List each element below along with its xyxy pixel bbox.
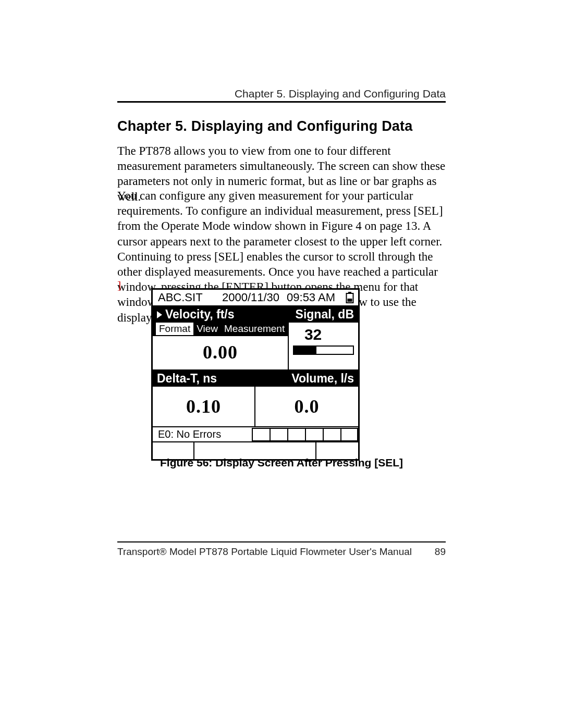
volume-label: Volume, l/s [291,372,354,386]
volume-value: 0.0 [295,396,320,417]
velocity-value: 0.00 [203,341,238,363]
error-box [323,428,340,441]
error-indicator-boxes [252,428,358,441]
error-label: E0: No Errors [153,427,226,441]
signal-body: 32 [289,323,358,360]
page-number: 89 [435,546,446,558]
device-file-name: ABC.SIT [158,291,203,304]
context-menu-bar: Format View Measurement [153,323,288,336]
error-box [287,428,305,441]
figure-caption: Figure 56: Display Screen After Pressing… [117,456,446,469]
delta-t-value: 0.10 [186,396,221,417]
signal-header: Signal, dB [289,306,358,323]
device-screen: ABC.SIT 2000/11/30 09:53 AM [151,288,360,461]
svg-rect-2 [348,299,352,302]
quadrant-delta-t: Delta-T, ns 0.10 [153,369,255,426]
battery-icon [346,292,354,303]
velocity-label: Velocity, ft/s [165,307,235,322]
error-box [270,428,287,441]
device-time: 09:53 AM [287,291,335,304]
velocity-header: Velocity, ft/s [153,306,288,323]
cursor-icon [157,311,162,318]
chapter-title: Chapter 5. Displaying and Configuring Da… [117,118,412,134]
delta-t-body: 0.10 [153,387,254,426]
quadrant-velocity: Velocity, ft/s Format View Measurement 0… [153,305,289,369]
quadrant-volume: Volume, l/s 0.0 [255,369,358,426]
error-box [252,428,270,441]
signal-bar-fill [294,347,316,354]
velocity-body: 0.00 [153,336,288,369]
volume-body: 0.0 [255,387,358,426]
signal-bar [293,346,354,355]
footer-text: Transport® Model PT878 Portable Liquid F… [117,546,412,558]
delta-t-header: Delta-T, ns [153,371,254,387]
signal-value: 32 [272,326,354,343]
error-box [340,428,358,441]
device-figure: ABC.SIT 2000/11/30 09:53 AM [151,288,360,461]
device-status-bar: ABC.SIT 2000/11/30 09:53 AM [153,290,358,305]
header-rule [117,101,446,103]
error-box [305,428,323,441]
signal-label: Signal, dB [296,307,354,322]
menu-item-format[interactable]: Format [156,323,193,335]
running-head: Chapter 5. Displaying and Configuring Da… [235,88,446,100]
device-date: 2000/11/30 [222,291,279,304]
footer-rule [117,541,446,542]
volume-header: Volume, l/s [255,371,358,387]
stray-bracket: ] [117,278,121,292]
menu-item-view[interactable]: View [193,323,221,335]
delta-t-label: Delta-T, ns [157,372,217,386]
quadrant-signal: Signal, dB 32 [289,305,358,369]
error-row: E0: No Errors [153,426,358,441]
